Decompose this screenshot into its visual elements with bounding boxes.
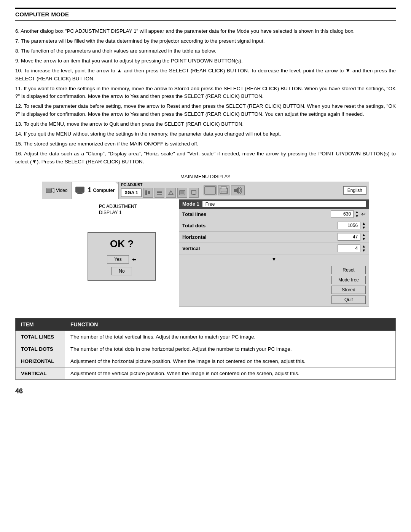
param-row-horizontal: Horizontal 47 ▲ ▼: [179, 232, 369, 243]
svg-rect-11: [157, 194, 162, 195]
menu-bar: Video 1 Computer PC ADJUST XGA 1: [42, 182, 369, 199]
adjustment-area: PC ADJUSTMENT DISPLAY 1 OK ? Yes ⬅ No: [42, 199, 369, 307]
function-total-lines: The number of the total vertical lines. …: [65, 331, 396, 343]
table-row: TOTAL LINES The number of the total vert…: [16, 331, 396, 343]
svg-marker-2: [51, 188, 54, 193]
computer-tab-label: Computer: [93, 188, 115, 193]
reset-button[interactable]: Reset: [331, 266, 366, 274]
icon-speaker[interactable]: [231, 185, 245, 195]
computer-tab[interactable]: 1 Computer: [72, 182, 119, 199]
icon-1[interactable]: [143, 188, 153, 198]
svg-rect-9: [157, 191, 162, 192]
svg-rect-6: [77, 193, 83, 194]
param-value-vertical: 4: [338, 244, 360, 252]
ok-dialog: OK ? Yes ⬅ No: [88, 232, 156, 281]
param-label-totaldots: Total dots: [182, 223, 220, 228]
param-arrows-vertical[interactable]: ▲ ▼: [362, 244, 366, 252]
xga-button[interactable]: XGA 1: [121, 189, 142, 197]
function-table: ITEM FUNCTION TOTAL LINES The number of …: [15, 318, 396, 380]
svg-rect-16: [193, 194, 195, 195]
svg-rect-15: [191, 190, 196, 194]
param-enter-totallines[interactable]: ↩: [361, 211, 366, 217]
english-button[interactable]: English: [343, 186, 366, 195]
item-horizontal: HORIZONTAL: [16, 355, 65, 367]
icon-rect1[interactable]: [204, 185, 217, 195]
svg-marker-21: [234, 187, 239, 194]
param-arrows-totallines[interactable]: ▲ ▼: [355, 210, 359, 218]
function-total-dots: The number of the total dots in one hori…: [65, 343, 396, 355]
para-10: 10. To increase the level, point the arr…: [15, 67, 396, 83]
para-14: 14. If you quit the MENU without storing…: [15, 130, 396, 138]
para-16: 16. Adjust the data such as a "Clamp", "…: [15, 150, 396, 166]
menu-display-label: MAIN MENU DISPLAY: [180, 174, 231, 179]
param-row-vertical: Vertical 4 ▲ ▼: [179, 243, 369, 254]
para-8: 8. The function of the parameters and th…: [15, 47, 396, 55]
menu-display-section: MAIN MENU DISPLAY Video 1: [15, 174, 396, 307]
para-6: 6. Another dialog box "PC ADJUSTMENT DIS…: [15, 27, 396, 35]
svg-rect-8: [148, 191, 150, 194]
table-row: VERTICAL Adjustment of the vertical pict…: [16, 367, 396, 379]
svg-rect-4: [76, 187, 84, 192]
left-panel: PC ADJUSTMENT DISPLAY 1 OK ? Yes ⬅ No: [42, 199, 179, 307]
video-tab[interactable]: Video: [42, 182, 72, 199]
pc-adjust-label: PC ADJUST: [121, 183, 142, 187]
para-9: 9. Move the arrow to an item that you wa…: [15, 57, 396, 65]
page-container: COMPUTER MODE 6. Another dialog box "PC …: [0, 0, 411, 407]
ok-arrow-icon: ⬅: [132, 256, 137, 262]
video-tab-label: Video: [56, 188, 67, 193]
param-label-horizontal: Horizontal: [182, 234, 220, 240]
para-11: 11. If you want to store the settings in…: [15, 85, 396, 101]
icon-2[interactable]: [155, 188, 164, 198]
computer-icon: [75, 187, 84, 194]
param-label-totallines: Total lines: [182, 211, 220, 217]
section-title: COMPUTER MODE: [15, 11, 69, 18]
param-arrows-horizontal[interactable]: ▲ ▼: [362, 233, 366, 241]
para-7: 7. The parameters will be filled with th…: [15, 37, 396, 45]
right-panel: Mode 1 Free Total lines 630 ▲ ▼ ↩ Total …: [179, 199, 369, 307]
ok-buttons: Yes ⬅: [94, 255, 149, 264]
pc-adjustment-display-sub: DISPLAY 1: [99, 210, 122, 215]
icon-5[interactable]: [189, 188, 199, 198]
stored-button[interactable]: Stored: [331, 286, 366, 294]
function-horizontal: Adjustment of the horizontal picture pos…: [65, 355, 396, 367]
body-text-section: 6. Another dialog box "PC ADJUSTMENT DIS…: [15, 27, 396, 166]
item-total-dots: TOTAL DOTS: [16, 343, 65, 355]
param-value-horizontal: 47: [338, 233, 360, 241]
svg-rect-19: [221, 187, 226, 189]
table-row: HORIZONTAL Adjustment of the horizontal …: [16, 355, 396, 367]
param-arrows-totaldots[interactable]: ▲ ▼: [362, 222, 366, 230]
item-vertical: VERTICAL: [16, 367, 65, 379]
quit-button[interactable]: Quit: [331, 296, 366, 304]
param-label-vertical: Vertical: [182, 246, 220, 251]
ok-yes-button[interactable]: Yes: [107, 255, 129, 264]
svg-rect-17: [205, 187, 215, 194]
icon-printer[interactable]: [218, 185, 229, 195]
mode-free-button[interactable]: Mode free: [331, 276, 366, 284]
para-12: 12. To recall the parameter data before …: [15, 102, 396, 118]
ok-no-button[interactable]: No: [112, 267, 132, 275]
param-value-totallines: 630: [331, 210, 354, 218]
item-total-lines: TOTAL LINES: [16, 331, 65, 343]
table-header-function: FUNCTION: [65, 318, 396, 331]
icon-4[interactable]: [177, 188, 187, 198]
param-value-totaldots: 1056: [338, 222, 360, 229]
icon-3[interactable]: [166, 188, 176, 198]
svg-rect-1: [46, 189, 51, 192]
page-number: 46: [15, 387, 396, 395]
scroll-down-indicator: ▼: [179, 254, 369, 264]
pc-adjustment-display-label: PC ADJUSTMENT: [99, 204, 137, 209]
para-13: 13. To quit the MENU, move the arrow to …: [15, 120, 396, 128]
param-row-totallines: Total lines 630 ▲ ▼ ↩: [179, 209, 369, 220]
svg-rect-20: [221, 191, 226, 193]
mode-row: Mode 1 Free: [179, 200, 369, 209]
section-header: COMPUTER MODE: [15, 8, 396, 21]
video-icon: [46, 187, 54, 193]
svg-rect-10: [157, 192, 162, 193]
mode-value: Free: [202, 201, 366, 207]
table-row: TOTAL DOTS The number of the total dots …: [16, 343, 396, 355]
table-header-item: ITEM: [16, 318, 65, 331]
svg-rect-7: [145, 190, 147, 195]
function-vertical: Adjustment of the vertical picture posit…: [65, 367, 396, 379]
para-15: 15. The stored settings are memorized ev…: [15, 140, 396, 148]
ok-text: OK ?: [94, 238, 149, 250]
